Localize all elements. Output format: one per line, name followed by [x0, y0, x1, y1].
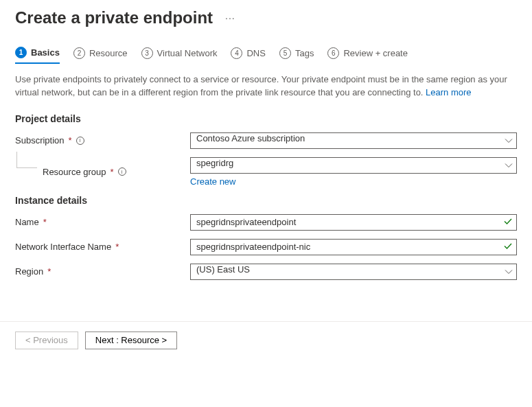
- tab-virtual-network[interactable]: 3 Virtual Network: [141, 47, 218, 64]
- step-circle: 3: [141, 47, 153, 59]
- region-label: Region *: [15, 266, 190, 277]
- name-label: Name *: [15, 217, 190, 227]
- tab-resource[interactable]: 2 Resource: [73, 47, 128, 64]
- resource-group-select[interactable]: spegridrg: [190, 157, 517, 174]
- section-project-details: Project details: [15, 113, 517, 124]
- create-new-link[interactable]: Create new: [190, 176, 235, 187]
- required-asterisk: *: [115, 242, 119, 252]
- required-asterisk: *: [111, 167, 114, 177]
- tab-label: Review + create: [343, 48, 408, 58]
- name-input[interactable]: [190, 214, 517, 231]
- nic-name-label: Network Interface Name *: [15, 242, 190, 252]
- step-circle: 2: [73, 47, 85, 59]
- tab-label: DNS: [246, 48, 265, 58]
- tab-label: Basics: [31, 47, 60, 58]
- page-title: Create a private endpoint: [15, 8, 213, 27]
- wizard-footer: < Previous Next : Resource >: [0, 321, 532, 364]
- intro-text: Use private endpoints to privately conne…: [15, 73, 517, 100]
- learn-more-link[interactable]: Learn more: [426, 87, 471, 97]
- tab-basics[interactable]: 1 Basics: [15, 47, 60, 64]
- subscription-label: Subscription * i: [15, 135, 190, 146]
- more-actions-icon[interactable]: ···: [225, 12, 235, 23]
- tab-tags[interactable]: 5 Tags: [279, 47, 314, 64]
- tab-review-create[interactable]: 6 Review + create: [327, 47, 408, 64]
- tab-dns[interactable]: 4 DNS: [231, 47, 265, 64]
- subscription-select[interactable]: Contoso Azure subscription: [190, 132, 517, 149]
- tab-label: Resource: [89, 48, 128, 58]
- info-icon[interactable]: i: [76, 137, 84, 145]
- region-select[interactable]: (US) East US: [190, 264, 517, 280]
- required-asterisk: *: [69, 135, 72, 146]
- tab-label: Tags: [295, 48, 314, 58]
- step-circle: 1: [15, 47, 27, 58]
- previous-button[interactable]: < Previous: [15, 332, 78, 349]
- required-asterisk: *: [47, 266, 51, 277]
- resource-group-label: Resource group * i: [15, 167, 190, 177]
- wizard-tabs: 1 Basics 2 Resource 3 Virtual Network 4 …: [15, 47, 517, 64]
- step-circle: 4: [231, 47, 242, 59]
- tab-label: Virtual Network: [157, 48, 218, 58]
- next-button[interactable]: Next : Resource >: [85, 332, 177, 349]
- nic-name-input[interactable]: [190, 239, 517, 255]
- required-asterisk: *: [43, 217, 47, 227]
- section-instance-details: Instance details: [15, 195, 517, 206]
- info-icon[interactable]: i: [118, 167, 126, 176]
- step-circle: 5: [279, 47, 291, 59]
- step-circle: 6: [327, 47, 339, 59]
- tree-connector: [16, 152, 37, 168]
